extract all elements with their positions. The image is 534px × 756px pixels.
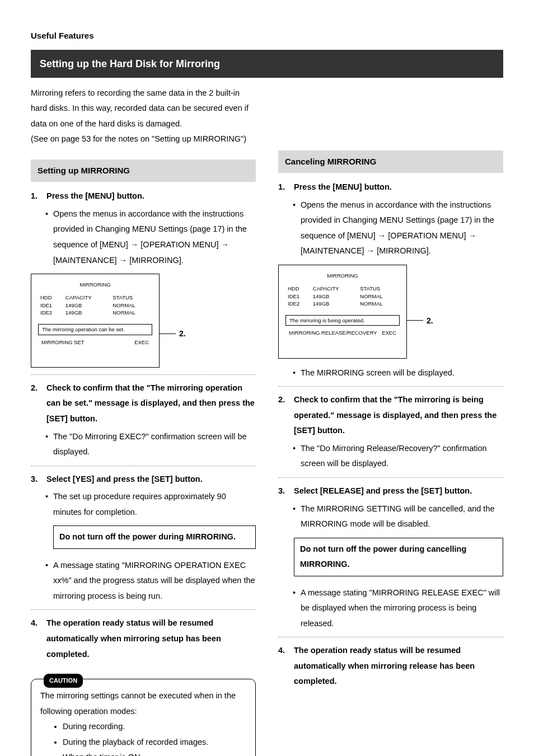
step-number: 3. xyxy=(278,483,294,499)
screen-exec-value: EXEC xyxy=(382,329,396,336)
screen-cell: NORMAL xyxy=(358,300,400,307)
step-text: Press the [MENU] button. xyxy=(294,180,503,195)
screen-cell: NORMAL xyxy=(110,302,152,309)
screen-col-cap: CAPACITY xyxy=(311,285,358,292)
warning-note: Do not turn off the power during cancell… xyxy=(294,538,503,576)
separator xyxy=(31,466,256,466)
screen-col-stat: STATUS xyxy=(110,294,152,301)
step-text: The operation ready status will be resum… xyxy=(46,616,256,662)
caution-box: CAUTION The mirroring settings cannot be… xyxy=(31,679,256,756)
step-text: Select [YES] and press the [SET] button. xyxy=(46,472,256,487)
step-number: 1. xyxy=(278,180,294,195)
screen-cell: IDE2 xyxy=(38,309,63,316)
screen-illustration: MIRRORING HDD CAPACITY STATUS IDE1 149GB… xyxy=(278,265,503,359)
step-number: 3. xyxy=(31,472,46,487)
step-text: Check to confirm that the "The mirroring… xyxy=(46,381,256,427)
screen-exec-label: MIRRORING RELEASE/RECOVERY xyxy=(289,329,382,336)
caution-item: During the playback of recorded images. xyxy=(63,735,246,750)
step-text: The operation ready status will be resum… xyxy=(294,643,503,689)
separator xyxy=(278,386,503,387)
screen-col-cap: CAPACITY xyxy=(63,294,110,301)
screen-exec-label: MIRRORING SET xyxy=(41,339,134,346)
intro-p2: (See on page 53 for the notes on "Settin… xyxy=(31,132,256,147)
screen-cell: NORMAL xyxy=(358,293,400,300)
screen-col-hdd: HDD xyxy=(38,294,63,301)
step-number: 2. xyxy=(278,392,294,439)
annotation-number: 2. xyxy=(179,326,186,341)
screen-title: MIRRORING xyxy=(38,281,152,288)
sub-header-cancel: Canceling MIRRORING xyxy=(278,151,503,173)
caution-item: When the timer is ON. xyxy=(63,750,246,756)
step-number: 4. xyxy=(278,643,294,689)
step-number: 4. xyxy=(31,616,46,662)
step-bullet: The "Do Mirroring Release/Recovery?" con… xyxy=(301,441,503,472)
step-text: Check to confirm that the "The mirroring… xyxy=(294,392,503,439)
step-bullet: Opens the menus in accordance with the i… xyxy=(53,206,256,268)
separator xyxy=(278,477,503,478)
screen-cell: 149GB xyxy=(63,309,110,316)
screen-cell: IDE2 xyxy=(285,300,311,307)
step-bullet: The set up procedure requires approximat… xyxy=(53,489,256,520)
left-column: Mirroring refers to recording the same d… xyxy=(31,86,256,756)
screen-illustration: MIRRORING HDD CAPACITY STATUS IDE1 149GB… xyxy=(31,274,256,368)
step-bullet: Opens the menus in accordance with the i… xyxy=(301,198,503,259)
step-bullet: A message stating "MIRRORING OPERATION E… xyxy=(53,558,256,604)
step-number: 2. xyxy=(31,381,46,427)
separator xyxy=(31,374,256,375)
step-bullet: A message stating "MIRRORING RELEASE EXE… xyxy=(301,585,503,632)
screen-cell: 149GB xyxy=(311,300,358,307)
separator xyxy=(278,637,503,637)
screen-title: MIRRORING xyxy=(285,272,400,279)
warning-note: Do not turn off the power during MIRRORI… xyxy=(53,525,256,549)
step-text: Select [RELEASE] and press the [SET] but… xyxy=(294,483,503,499)
screen-cell: IDE1 xyxy=(38,302,63,309)
sub-header-setup: Setting up MIRRORING xyxy=(31,159,256,182)
screen-cell: NORMAL xyxy=(110,309,152,316)
step-text: Press the [MENU] button. xyxy=(46,189,256,204)
step-bullet: The MIRRORING SETTING will be cancelled,… xyxy=(301,501,503,532)
screen-message: The mirroring is being operated. xyxy=(285,315,400,326)
right-column: Canceling MIRRORING 1. Press the [MENU] … xyxy=(278,86,503,756)
section-label: Useful Features xyxy=(31,28,503,44)
screen-cell: 149GB xyxy=(311,293,358,300)
intro-p1: Mirroring refers to recording the same d… xyxy=(31,86,256,132)
caution-label: CAUTION xyxy=(44,674,83,688)
intro-block: Mirroring refers to recording the same d… xyxy=(31,86,256,147)
caution-intro: The mirroring settings cannot be execute… xyxy=(40,688,246,719)
screen-cell: IDE1 xyxy=(285,293,311,300)
page-title: Setting up the Hard Disk for Mirroring xyxy=(31,50,503,78)
screen-cell: 149GB xyxy=(63,302,110,309)
screen-exec-value: EXEC xyxy=(134,339,149,346)
screen-col-stat: STATUS xyxy=(358,285,400,292)
screen-message: The mirroring operation can be set. xyxy=(38,324,152,335)
step-bullet: The "Do Mirroring EXEC?" confirmation sc… xyxy=(53,429,256,460)
step-number: 1. xyxy=(31,189,46,204)
screen-col-hdd: HDD xyxy=(285,285,311,292)
caution-item: During recording. xyxy=(63,719,246,735)
separator xyxy=(31,609,256,610)
step-bullet: The MIRRORING screen will be displayed. xyxy=(301,365,503,381)
annotation-number: 2. xyxy=(427,313,433,328)
